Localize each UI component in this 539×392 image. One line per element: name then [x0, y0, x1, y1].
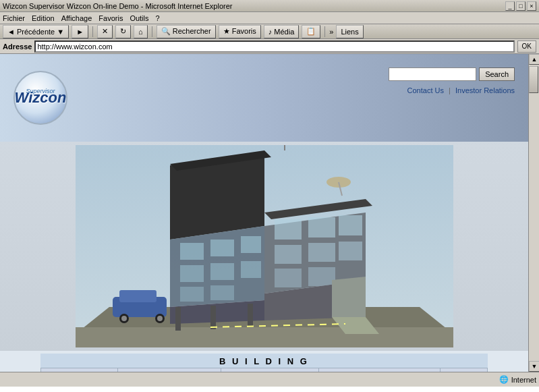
- search-toolbar-button[interactable]: 🔍 Rechercher: [157, 25, 216, 38]
- address-bar: Adresse OK: [0, 39, 539, 54]
- toolbar-separator-3: [324, 26, 325, 37]
- col-fire: Fire Detection: [221, 368, 319, 372]
- links-label: »: [329, 28, 333, 36]
- toolbar-separator-2: [152, 26, 152, 37]
- toolbar-separator: [92, 26, 93, 37]
- svg-rect-33: [210, 306, 216, 329]
- svg-rect-15: [210, 263, 234, 280]
- back-button[interactable]: ◄ Précédente ▼: [3, 25, 69, 38]
- search-input[interactable]: [389, 67, 476, 81]
- svg-point-8: [157, 316, 163, 321]
- svg-rect-12: [210, 240, 234, 256]
- building-title: B U I L D I N G: [40, 354, 488, 368]
- search-button[interactable]: Search: [479, 67, 515, 81]
- svg-rect-23: [275, 245, 302, 264]
- building-table-container: B U I L D I N G Floors Ambient Temp. Fir…: [0, 351, 528, 372]
- svg-rect-20: [275, 219, 302, 240]
- nav-separator: |: [449, 86, 453, 94]
- svg-rect-18: [210, 285, 234, 300]
- content-area: Wizcon Supervisor Search Contact Us | In…: [0, 54, 528, 372]
- menu-affichage[interactable]: Affichage: [61, 14, 92, 22]
- svg-rect-24: [308, 243, 335, 262]
- svg-point-6: [121, 316, 127, 321]
- status-zone-label: Internet: [511, 376, 536, 384]
- status-bar: 🌐 Internet: [0, 372, 539, 387]
- header-right: Search Contact Us | Investor Relations: [389, 67, 515, 94]
- scroll-up-button[interactable]: ▲: [529, 54, 539, 65]
- investor-link[interactable]: Investor Relations: [455, 86, 515, 94]
- menu-outils[interactable]: Outils: [130, 14, 148, 22]
- col-occupation: Room Occupation: [319, 368, 440, 372]
- status-icons: 🌐 Internet: [499, 375, 536, 384]
- svg-marker-2: [76, 327, 453, 347]
- refresh-button[interactable]: ↻: [115, 25, 131, 38]
- building-table: Floors Ambient Temp. Fire Detection Room…: [40, 368, 488, 372]
- menu-edition[interactable]: Edition: [32, 14, 55, 22]
- contact-link[interactable]: Contact Us: [407, 86, 444, 94]
- col-floors: Floors: [41, 368, 118, 372]
- menu-bar: Fichier Edition Affichage Favoris Outils…: [0, 12, 539, 24]
- svg-rect-14: [180, 265, 204, 282]
- scroll-down-button[interactable]: ▼: [529, 361, 539, 372]
- address-input[interactable]: [34, 40, 514, 53]
- svg-rect-17: [180, 287, 204, 302]
- logo-sub: Supervisor: [26, 88, 55, 94]
- links-button[interactable]: Liens: [336, 25, 363, 38]
- search-row: Search: [389, 67, 515, 81]
- favorites-button[interactable]: ★ Favoris: [219, 25, 261, 38]
- stop-button[interactable]: ✕: [97, 25, 113, 38]
- svg-rect-21: [308, 217, 335, 237]
- scroll-track: [529, 65, 539, 361]
- col-temp: Ambient Temp.: [117, 368, 221, 372]
- menu-favoris[interactable]: Favoris: [98, 14, 123, 22]
- svg-rect-11: [180, 243, 204, 260]
- minimize-button[interactable]: _: [505, 1, 515, 11]
- nav-links: Contact Us | Investor Relations: [407, 86, 515, 94]
- history-button[interactable]: 📋: [302, 25, 320, 38]
- go-button[interactable]: OK: [517, 40, 536, 53]
- svg-marker-38: [332, 277, 366, 317]
- col-light: Light: [440, 368, 487, 372]
- menu-fichier[interactable]: Fichier: [3, 14, 25, 22]
- browser-window: Wizcon Supervisor Wizcon On-line Demo - …: [0, 0, 539, 392]
- zone-icon: 🌐: [499, 375, 509, 384]
- svg-rect-27: [308, 267, 335, 286]
- svg-rect-4: [119, 290, 157, 302]
- forward-button[interactable]: ►: [72, 25, 88, 38]
- logo[interactable]: Wizcon Supervisor: [13, 71, 67, 125]
- toolbar: ◄ Précédente ▼ ► ✕ ↻ ⌂ 🔍 Rechercher ★ Fa…: [0, 24, 539, 39]
- svg-rect-32: [175, 307, 181, 331]
- scroll-thumb[interactable]: [529, 66, 538, 93]
- building-svg: [76, 145, 453, 347]
- scrollbar[interactable]: ▲ ▼: [528, 54, 539, 372]
- svg-rect-34: [248, 304, 253, 326]
- menu-help[interactable]: ?: [156, 14, 160, 22]
- svg-rect-25: [339, 242, 362, 260]
- browser-body: Wizcon Supervisor Search Contact Us | In…: [0, 54, 539, 372]
- svg-rect-22: [339, 215, 362, 235]
- title-bar-text: Wizcon Supervisor Wizcon On-line Demo - …: [3, 2, 233, 10]
- media-button[interactable]: ♪ Média: [264, 25, 300, 38]
- close-button[interactable]: ×: [527, 1, 536, 11]
- title-bar: Wizcon Supervisor Wizcon On-line Demo - …: [0, 0, 539, 12]
- site-header: Wizcon Supervisor Search Contact Us | In…: [0, 54, 528, 142]
- address-label: Adresse: [3, 43, 32, 51]
- svg-rect-16: [241, 261, 261, 278]
- svg-rect-13: [241, 236, 261, 253]
- svg-rect-26: [275, 269, 302, 287]
- building-image-area: [0, 142, 528, 351]
- home-button[interactable]: ⌂: [134, 25, 148, 38]
- maximize-button[interactable]: □: [516, 1, 526, 11]
